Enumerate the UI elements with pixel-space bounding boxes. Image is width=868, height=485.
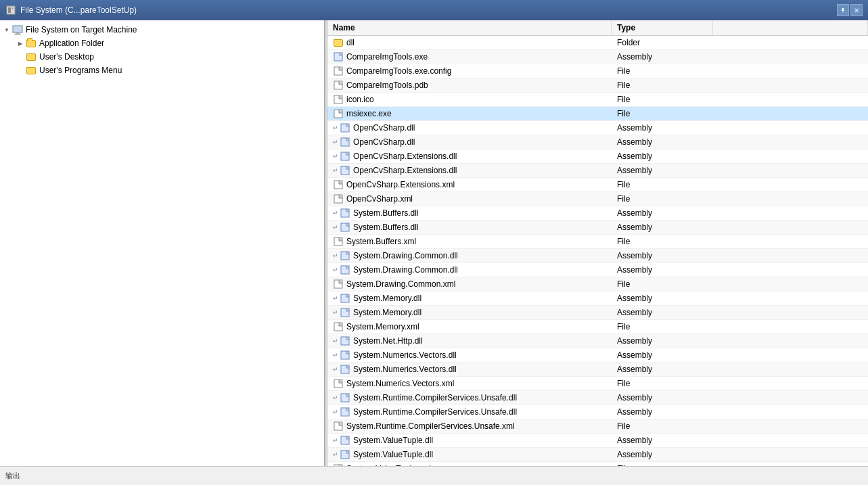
cell-type: Assembly xyxy=(612,363,713,375)
assembly-arrow-icon: ↵ xyxy=(333,224,338,231)
cell-type: Assembly xyxy=(612,306,713,319)
table-row[interactable]: ↵ OpenCvSharp.Extensions.dllAssembly xyxy=(327,164,868,178)
cell-name-text: System.ValueTuple.dll xyxy=(353,436,433,445)
table-row[interactable]: ↵ System.Net.Http.dllAssembly xyxy=(327,334,868,348)
cell-type: Assembly xyxy=(612,136,713,148)
table-row[interactable]: System.Memory.xmlFile xyxy=(327,320,868,334)
cell-type: Assembly xyxy=(612,349,713,361)
table-row[interactable]: ↵ System.Numerics.Vectors.dllAssembly xyxy=(327,363,868,377)
assembly-arrow-icon xyxy=(340,293,350,304)
table-row[interactable]: ↵ System.Drawing.Common.dllAssembly xyxy=(327,263,868,277)
cell-name-text: System.Memory.dll xyxy=(353,294,421,303)
cell-type: Assembly xyxy=(612,264,713,276)
svg-marker-24 xyxy=(339,110,342,113)
cell-name: System.Buffers.xml xyxy=(327,235,612,248)
cell-name: ↵ System.Numerics.Vectors.dll xyxy=(327,363,612,376)
cell-name-text: System.Numerics.Vectors.xml xyxy=(346,379,454,388)
folder-icon xyxy=(333,37,344,48)
cell-name: ↵ OpenCvSharp.dll xyxy=(327,135,612,149)
table-row[interactable]: ↵ System.Runtime.CompilerServices.Unsafe… xyxy=(327,391,868,405)
assembly-arrow-icon: ↵ xyxy=(333,366,338,373)
file-icon xyxy=(333,179,344,190)
cell-name-text: System.Drawing.Common.dll xyxy=(353,251,458,260)
table-row[interactable]: ↵ System.Runtime.CompilerServices.Unsafe… xyxy=(327,405,868,419)
table-row[interactable]: dllFolder xyxy=(327,36,868,50)
cell-name: ↵ System.Memory.dll xyxy=(327,292,612,305)
cell-type: Folder xyxy=(612,37,713,49)
table-row[interactable]: System.Runtime.CompilerServices.Unsafe.x… xyxy=(327,419,868,434)
folder-open-icon xyxy=(26,65,37,76)
cell-name-text: System.ValueTuple.dll xyxy=(353,450,433,459)
cell-name-text: OpenCvSharp.dll xyxy=(353,137,415,147)
cell-name-text: msiexec.exe xyxy=(346,109,392,118)
header-type[interactable]: Type xyxy=(612,20,713,35)
table-row[interactable]: System.Drawing.Common.xmlFile xyxy=(327,277,868,292)
file-icon xyxy=(333,279,344,290)
table-row[interactable]: CompareImgTools.exeAssembly xyxy=(327,50,868,64)
assembly-arrow-icon xyxy=(340,336,350,346)
table-row[interactable]: ↵ System.ValueTuple.dllAssembly xyxy=(327,448,868,462)
table-row[interactable]: ↵ OpenCvSharp.dllAssembly xyxy=(327,135,868,149)
svg-marker-124 xyxy=(339,465,342,466)
table-row[interactable]: ↵ System.Buffers.dllAssembly xyxy=(327,206,868,221)
folder-icon xyxy=(26,38,37,49)
sidebar-item-users-programs-menu[interactable]: ▶ User's Programs Menu xyxy=(0,64,324,77)
header-name[interactable]: Name xyxy=(327,20,612,35)
cell-type: Assembly xyxy=(612,122,713,134)
table-row[interactable]: ↵ System.Drawing.Common.dllAssembly xyxy=(327,249,868,263)
table-row[interactable]: ↵ System.ValueTuple.dllAssembly xyxy=(327,434,868,448)
svg-marker-100 xyxy=(339,379,342,383)
table-row[interactable]: ↵ System.Buffers.dllAssembly xyxy=(327,221,868,235)
assembly-arrow-icon: ↵ xyxy=(333,210,338,216)
file-icon xyxy=(333,80,344,91)
right-panel: Name Type dllFolder CompareImgTools.exeA… xyxy=(327,20,868,466)
cell-name: OpenCvSharp.xml xyxy=(327,192,612,206)
title-bar: File System (C...pareToolSetUp) 🖈 ✕ xyxy=(0,0,868,20)
assembly-arrow-icon: ↵ xyxy=(333,139,338,145)
table-row[interactable]: ↵ OpenCvSharp.Extensions.dllAssembly xyxy=(327,149,868,164)
assembly-arrow-icon xyxy=(340,122,350,133)
assembly-arrow-icon xyxy=(340,350,350,361)
users-desktop-label: User's Desktop xyxy=(39,52,94,62)
cell-name-text: CompareImgTools.pdb xyxy=(346,80,428,90)
table-row[interactable]: msiexec.exeFile xyxy=(327,107,868,121)
close-button[interactable]: ✕ xyxy=(850,4,863,16)
pin-button[interactable]: 🖈 xyxy=(837,4,849,16)
table-row[interactable]: ↵ System.Memory.dllAssembly xyxy=(327,306,868,320)
assembly-arrow-icon xyxy=(340,222,350,233)
cell-name-text: System.Memory.dll xyxy=(353,308,421,317)
tree-root-label: File System on Target Machine xyxy=(26,25,137,34)
cell-name: ↵ System.Buffers.dll xyxy=(327,221,612,234)
sidebar-item-application-folder[interactable]: ▶ Application Folder xyxy=(0,37,324,50)
table-row[interactable]: ↵ OpenCvSharp.dllAssembly xyxy=(327,121,868,135)
left-panel[interactable]: ▼ File System on Target Machine ▶ Applic… xyxy=(0,20,325,466)
assembly-arrow-icon: ↵ xyxy=(333,167,338,174)
cell-name-text: System.Buffers.dll xyxy=(353,208,418,218)
assembly-arrow-icon: ↵ xyxy=(333,437,338,444)
table-row[interactable]: CompareImgTools.pdbFile xyxy=(327,78,868,93)
assembly-arrow-icon: ↵ xyxy=(333,267,338,273)
cell-name: ↵ System.Drawing.Common.dll xyxy=(327,263,612,277)
cell-name: System.ValueTuple.xml xyxy=(327,462,612,466)
table-row[interactable]: CompareImgTools.exe.configFile xyxy=(327,64,868,78)
cell-name: System.Memory.xml xyxy=(327,320,612,333)
table-row[interactable]: icon.icoFile xyxy=(327,93,868,107)
cell-name: icon.ico xyxy=(327,93,612,106)
cell-name: ↵ System.Net.Http.dll xyxy=(327,334,612,348)
tree-root[interactable]: ▼ File System on Target Machine xyxy=(0,23,324,37)
sidebar-item-users-desktop[interactable]: ▶ User's Desktop xyxy=(0,50,324,64)
cell-name-text: System.ValueTuple.xml xyxy=(346,464,431,466)
file-icon xyxy=(333,236,344,247)
assembly-arrow-icon: ↵ xyxy=(333,309,338,316)
assembly-arrow-icon: ↵ xyxy=(333,394,338,401)
table-row[interactable]: System.Numerics.Vectors.xmlFile xyxy=(327,377,868,391)
table-row[interactable]: OpenCvSharp.Extensions.xmlFile xyxy=(327,178,868,192)
cell-name-text: dll xyxy=(346,38,355,47)
table-row[interactable]: System.ValueTuple.xmlFile xyxy=(327,462,868,466)
table-row[interactable]: OpenCvSharp.xmlFile xyxy=(327,192,868,206)
table-row[interactable]: ↵ System.Memory.dllAssembly xyxy=(327,292,868,306)
assembly-arrow-icon xyxy=(340,435,350,446)
table-row[interactable]: ↵ System.Numerics.Vectors.dllAssembly xyxy=(327,348,868,363)
table-row[interactable]: System.Buffers.xmlFile xyxy=(327,235,868,249)
cell-name-text: System.Memory.xml xyxy=(346,322,419,331)
